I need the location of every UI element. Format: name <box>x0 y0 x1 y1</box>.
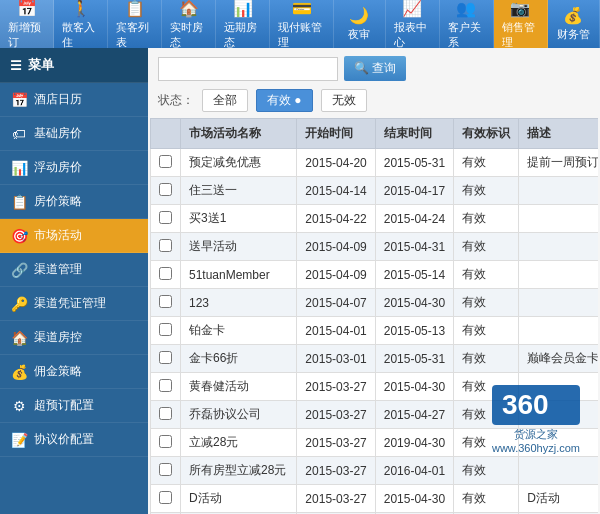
row-checkbox[interactable] <box>159 407 172 420</box>
row-checkbox-cell[interactable] <box>151 429 181 457</box>
table-row[interactable]: 买3送1 2015-04-22 2015-04-24 有效 <box>151 205 599 233</box>
table-row[interactable]: 送早活动 2015-04-09 2015-04-31 有效 <box>151 233 599 261</box>
table-row[interactable]: 预定减免优惠 2015-04-20 2015-05-31 有效 提前一周预订 <box>151 149 599 177</box>
row-end: 2015-05-31 <box>375 149 453 177</box>
table-row[interactable]: 乔磊协议公司 2015-03-27 2015-04-27 有效 <box>151 401 599 429</box>
nav-room-status[interactable]: 🏠 实时房态 <box>162 0 216 48</box>
row-checkbox-cell[interactable] <box>151 373 181 401</box>
sidebar-item-float-price[interactable]: 📊 浮动房价 <box>0 151 148 185</box>
sidebar-item-hotel-calendar[interactable]: 📅 酒店日历 <box>0 83 148 117</box>
row-checkbox[interactable] <box>159 379 172 392</box>
nav-new-booking[interactable]: 📅 新增预订 <box>0 0 54 48</box>
table-row[interactable]: 所有房型立减28元 2015-03-27 2016-04-01 有效 <box>151 457 599 485</box>
row-start: 2015-04-07 <box>297 289 375 317</box>
filter-valid[interactable]: 有效 ● <box>256 89 313 112</box>
nav-guest-list[interactable]: 📋 宾客列表 <box>108 0 162 48</box>
sidebar-item-overbooking[interactable]: ⚙ 超预订配置 <box>0 389 148 423</box>
row-name: 买3送1 <box>181 205 297 233</box>
nav-night-audit[interactable]: 🌙 夜审 <box>334 0 386 48</box>
row-checkbox[interactable] <box>159 351 172 364</box>
row-checkbox-cell[interactable] <box>151 233 181 261</box>
row-checkbox[interactable] <box>159 463 172 476</box>
row-checkbox-cell[interactable] <box>151 345 181 373</box>
row-checkbox-cell[interactable] <box>151 261 181 289</box>
row-checkbox-cell[interactable] <box>151 289 181 317</box>
row-checkbox[interactable] <box>159 211 172 224</box>
content-area: 🔍 查询 状态： 全部 有效 ● 无效 市场活动名称 开始时间 结束时间 有效标… <box>148 48 600 514</box>
row-end: 2015-04-27 <box>375 401 453 429</box>
payment-icon: 💳 <box>292 0 312 18</box>
nav-sales[interactable]: 📷 销售管理 <box>494 0 548 48</box>
row-checkbox[interactable] <box>159 435 172 448</box>
row-end: 2015-04-30 <box>375 289 453 317</box>
table-row[interactable]: D活动 2015-03-27 2015-04-30 有效 D活动 <box>151 485 599 513</box>
sidebar-item-price-strategy[interactable]: 📋 房价策略 <box>0 185 148 219</box>
row-start: 2015-04-20 <box>297 149 375 177</box>
row-checkbox-cell[interactable] <box>151 149 181 177</box>
row-desc <box>519 233 598 261</box>
row-checkbox[interactable] <box>159 491 172 504</box>
table-row[interactable]: 黄春健活动 2015-03-27 2015-04-30 有效 <box>151 373 599 401</box>
row-checkbox-cell[interactable] <box>151 485 181 513</box>
sales-icon: 📷 <box>510 0 530 18</box>
row-checkbox-cell[interactable] <box>151 205 181 233</box>
sidebar-item-agreement-price[interactable]: 📝 协议价配置 <box>0 423 148 457</box>
row-status: 有效 <box>454 485 519 513</box>
sidebar-item-channel-cert[interactable]: 🔑 渠道凭证管理 <box>0 287 148 321</box>
nav-future-room[interactable]: 📊 远期房态 <box>216 0 270 48</box>
col-name: 市场活动名称 <box>181 119 297 149</box>
table-row[interactable]: 123 2015-04-07 2015-04-30 有效 <box>151 289 599 317</box>
row-start: 2015-04-09 <box>297 233 375 261</box>
col-checkbox <box>151 119 181 149</box>
row-checkbox[interactable] <box>159 155 172 168</box>
row-desc <box>519 429 598 457</box>
filter-all[interactable]: 全部 <box>202 89 248 112</box>
row-checkbox[interactable] <box>159 295 172 308</box>
table-row[interactable]: 立减28元 2015-03-27 2019-04-30 有效 <box>151 429 599 457</box>
search-input[interactable] <box>158 57 338 81</box>
row-checkbox-cell[interactable] <box>151 317 181 345</box>
row-end: 2015-05-13 <box>375 317 453 345</box>
row-checkbox[interactable] <box>159 239 172 252</box>
nav-crm[interactable]: 👥 客户关系 <box>440 0 494 48</box>
row-name: 预定减免优惠 <box>181 149 297 177</box>
row-desc <box>519 261 598 289</box>
sidebar-item-channel-mgmt[interactable]: 🔗 渠道管理 <box>0 253 148 287</box>
row-checkbox-cell[interactable] <box>151 177 181 205</box>
row-end: 2016-04-01 <box>375 457 453 485</box>
calendar-icon: 📅 <box>17 0 37 18</box>
row-checkbox-cell[interactable] <box>151 457 181 485</box>
nav-reports[interactable]: 📈 报表中心 <box>386 0 440 48</box>
row-checkbox[interactable] <box>159 267 172 280</box>
table-row[interactable]: 铂金卡 2015-04-01 2015-05-13 有效 <box>151 317 599 345</box>
filter-invalid[interactable]: 无效 <box>321 89 367 112</box>
filter-label: 状态： <box>158 92 194 109</box>
sidebar-item-commission[interactable]: 💰 佣金策略 <box>0 355 148 389</box>
row-name: 铂金卡 <box>181 317 297 345</box>
row-checkbox[interactable] <box>159 323 172 336</box>
row-name: 乔磊协议公司 <box>181 401 297 429</box>
row-status: 有效 <box>454 401 519 429</box>
sidebar-item-channel-room[interactable]: 🏠 渠道房控 <box>0 321 148 355</box>
row-desc <box>519 373 598 401</box>
search-button[interactable]: 🔍 查询 <box>344 56 406 81</box>
row-status: 有效 <box>454 457 519 485</box>
sidebar-item-base-price[interactable]: 🏷 基础房价 <box>0 117 148 151</box>
row-desc <box>519 457 598 485</box>
row-status: 有效 <box>454 429 519 457</box>
table-row[interactable]: 住三送一 2015-04-14 2015-04-17 有效 <box>151 177 599 205</box>
hotel-calendar-icon: 📅 <box>10 92 28 108</box>
nav-payment[interactable]: 💳 现付账管理 <box>270 0 333 48</box>
col-desc: 描述 <box>519 119 598 149</box>
nav-finance[interactable]: 💰 财务管 <box>548 0 600 48</box>
filter-bar: 状态： 全部 有效 ● 无效 <box>148 85 600 118</box>
row-checkbox-cell[interactable] <box>151 401 181 429</box>
nav-walkin[interactable]: 🚶 散客入住 <box>54 0 108 48</box>
row-checkbox[interactable] <box>159 183 172 196</box>
row-desc <box>519 205 598 233</box>
table-row[interactable]: 51tuanMember 2015-04-09 2015-05-14 有效 <box>151 261 599 289</box>
row-desc: D活动 <box>519 485 598 513</box>
sidebar-item-market-activity[interactable]: 🎯 市场活动 <box>0 219 148 253</box>
chart-icon: 📊 <box>233 0 253 18</box>
table-row[interactable]: 金卡66折 2015-03-01 2015-05-31 有效 巅峰会员金卡 <box>151 345 599 373</box>
